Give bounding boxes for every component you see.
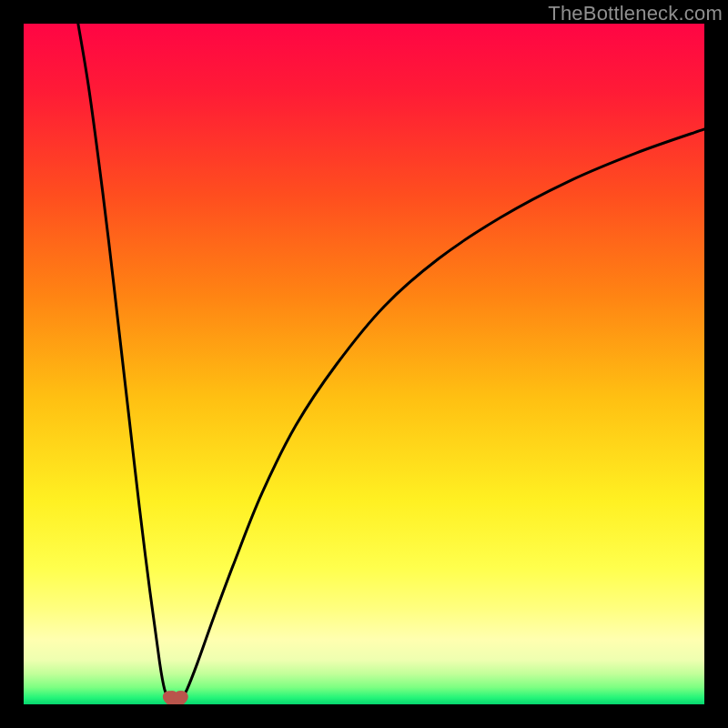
gradient-background <box>24 24 704 704</box>
watermark-text: TheBottleneck.com <box>548 2 723 25</box>
min-marker-right <box>174 691 187 704</box>
outer-frame: TheBottleneck.com <box>0 0 728 728</box>
chart-svg <box>24 24 704 704</box>
marker-layer <box>166 691 187 704</box>
plot-area <box>24 24 704 704</box>
